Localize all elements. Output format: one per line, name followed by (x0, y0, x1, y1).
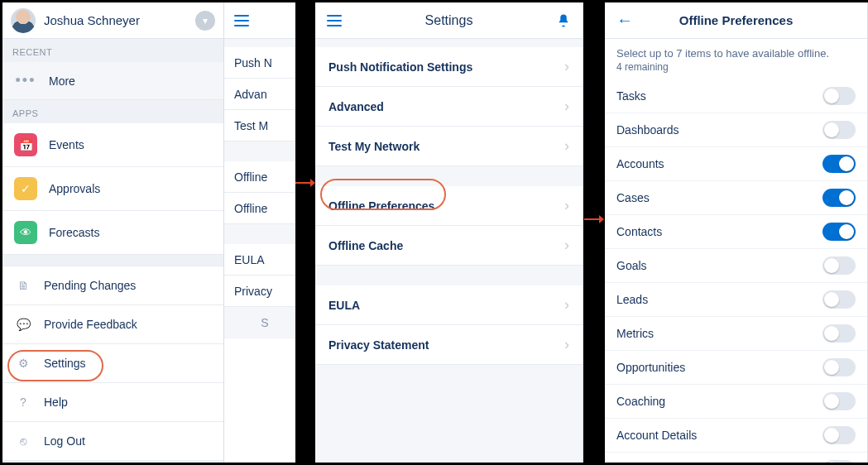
nav-app-forecasts[interactable]: 👁Forecasts (2, 211, 223, 255)
offline-prefs-panel: ← Offline Preferences Select up to 7 ite… (605, 2, 868, 463)
avatar (11, 8, 36, 33)
divider (2, 255, 223, 266)
toggle[interactable] (822, 392, 856, 410)
chevron-right-icon: › (564, 58, 569, 75)
offline-item-opportunities: Opportunities (605, 351, 867, 385)
settings-header: Settings (315, 2, 583, 39)
chevron-right-icon: › (564, 137, 569, 155)
menu-icon[interactable] (327, 15, 342, 26)
ellipsis-icon: ••• (14, 72, 37, 89)
toggle[interactable] (822, 324, 856, 343)
label: Test My Network (328, 140, 420, 153)
offline-item-account-details: Account Details (605, 419, 867, 453)
peek-row[interactable]: Advan (224, 79, 295, 110)
toggle[interactable] (822, 121, 856, 139)
offline-prefs-remaining: 4 remaining (605, 61, 867, 79)
label: Forecasts (49, 226, 99, 239)
menu-icon[interactable] (234, 15, 249, 26)
app-icon: ✓ (14, 177, 37, 200)
label: Cases (616, 191, 650, 204)
chevron-right-icon: › (564, 237, 569, 254)
nav-log-out[interactable]: ⎋Log Out (2, 422, 223, 461)
settings-row-offline-cache[interactable]: Offline Cache› (315, 226, 583, 266)
peek-row[interactable]: S (224, 307, 295, 338)
label: Help (44, 395, 68, 409)
offline-item-accounts: Accounts (605, 147, 867, 181)
toggle[interactable] (822, 256, 856, 275)
pending-changes-icon: 🗎 (14, 276, 32, 295)
offline-prefs-header: ← Offline Preferences (605, 2, 867, 39)
log-out-icon: ⎋ (14, 432, 32, 450)
nav-drawer: Joshua Schneyer ▾ RECENT ••• More APPS 📅… (2, 2, 224, 463)
peek-header (224, 2, 295, 39)
label: Goals (616, 259, 647, 272)
label: Accounts (616, 157, 664, 170)
nav-app-events[interactable]: 📅Events (2, 123, 223, 167)
settings-icon: ⚙ (14, 354, 32, 372)
offline-prefs-title: Offline Preferences (679, 13, 794, 27)
label: Contacts (616, 225, 662, 238)
back-arrow-icon[interactable]: ← (616, 11, 633, 30)
toggle[interactable] (822, 223, 856, 241)
toggle[interactable] (822, 189, 856, 207)
nav-more[interactable]: ••• More (2, 62, 223, 100)
offline-item-metrics: Metrics (605, 317, 867, 351)
user-name: Joshua Schneyer (44, 13, 195, 27)
toggle[interactable] (822, 460, 856, 463)
peek-row[interactable]: Privacy (224, 276, 295, 307)
toggle[interactable] (822, 87, 856, 105)
section-apps: APPS (2, 100, 223, 123)
label: Dashboards (616, 123, 679, 137)
peek-row[interactable]: EULA (224, 244, 295, 276)
user-header[interactable]: Joshua Schneyer ▾ (2, 2, 223, 39)
nav-help[interactable]: ?Help (2, 383, 223, 422)
arrow-icon (584, 213, 602, 219)
provide-feedback-icon: 💬 (14, 315, 32, 333)
nav-provide-feedback[interactable]: 💬Provide Feedback (2, 305, 223, 344)
label: Advanced (328, 100, 384, 113)
peek-row[interactable]: Offline (224, 193, 295, 224)
settings-row-push-notification-settings[interactable]: Push Notification Settings› (315, 47, 583, 87)
settings-title: Settings (425, 13, 473, 28)
toggle[interactable] (822, 155, 856, 173)
label: Metrics (616, 327, 654, 340)
settings-panel: Settings Push Notification Settings›Adva… (315, 2, 583, 463)
label: Settings (44, 357, 86, 370)
peek-row[interactable]: Push N (224, 47, 295, 79)
offline-item-account-feature-comments: Account Feature Comments (605, 453, 867, 463)
label: Offline Cache (328, 239, 403, 252)
settings-row-advanced[interactable]: Advanced› (315, 87, 583, 127)
toggle[interactable] (822, 426, 856, 444)
peek-row[interactable]: Offline (224, 161, 295, 193)
chevron-right-icon: › (564, 98, 569, 115)
bell-icon[interactable] (556, 13, 571, 28)
section-recent: RECENT (2, 39, 223, 62)
label: Opportunities (616, 361, 685, 374)
offline-item-goals: Goals (605, 249, 867, 283)
nav-pending-changes[interactable]: 🗎Pending Changes (2, 266, 223, 305)
arrow-icon (295, 176, 314, 183)
settings-row-eula[interactable]: EULA› (315, 285, 583, 325)
nav-settings[interactable]: ⚙Settings (2, 344, 223, 383)
settings-row-privacy-statement[interactable]: Privacy Statement› (315, 325, 583, 365)
peek-row[interactable]: Test M (224, 110, 295, 141)
settings-row-test-my-network[interactable]: Test My Network› (315, 127, 583, 166)
label: Leads (616, 293, 648, 306)
nav-app-approvals[interactable]: ✓Approvals (2, 167, 223, 211)
label: Events (49, 138, 84, 151)
toggle[interactable] (822, 290, 856, 309)
svg-marker-3 (599, 215, 604, 223)
label: Account Details (616, 429, 697, 442)
label: Pending Changes (44, 279, 136, 292)
offline-item-leads: Leads (605, 283, 867, 317)
label: Privacy Statement (328, 338, 429, 352)
label: Provide Feedback (44, 318, 137, 331)
help-icon: ? (14, 393, 32, 411)
settings-peek: Push NAdvanTest MOfflineOfflineEULAPriva… (224, 2, 295, 463)
label: Log Out (44, 434, 85, 448)
toggle[interactable] (822, 358, 856, 376)
offline-item-contacts: Contacts (605, 215, 867, 249)
offline-prefs-subtitle: Select up to 7 items to have available o… (605, 39, 867, 61)
settings-row-offline-preferences[interactable]: Offline Preferences› (315, 186, 583, 226)
chevron-down-icon[interactable]: ▾ (195, 11, 215, 31)
